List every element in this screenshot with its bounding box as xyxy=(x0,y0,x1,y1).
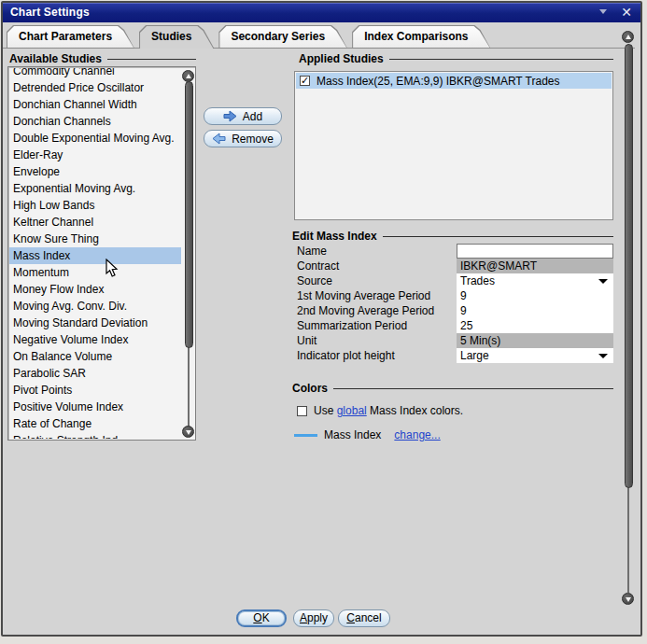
colors-header: Colors xyxy=(292,382,613,395)
scroll-up-icon[interactable] xyxy=(622,31,634,43)
field-value[interactable]: IBKR@SMART xyxy=(457,259,613,273)
tab[interactable]: Index Comparisons xyxy=(352,25,490,49)
list-item[interactable]: Commodity Channel xyxy=(9,68,181,79)
form-row: Source Trades xyxy=(292,273,615,288)
applied-study-checkbox[interactable] xyxy=(300,76,310,86)
arrow-left-icon xyxy=(212,133,226,145)
ok-button[interactable]: OK xyxy=(236,609,287,627)
list-scroll-down-icon[interactable] xyxy=(182,426,194,438)
close-icon[interactable]: ✕ xyxy=(621,5,632,21)
field-label: 1st Moving Average Period xyxy=(292,288,457,303)
field-label: Summarization Period xyxy=(292,318,457,333)
field-label: 2nd Moving Average Period xyxy=(292,303,457,318)
tab-label: Chart Parameters xyxy=(19,30,112,43)
applied-studies-list: Mass Index(25, EMA:9,9) IBKR@SMART Trade… xyxy=(294,71,613,220)
list-item[interactable]: Rate of Change xyxy=(9,415,181,432)
list-viewport: Commodity Channel Detrended Price Oscill… xyxy=(9,68,194,439)
list-scrollbar-thumb[interactable] xyxy=(185,81,193,348)
add-button-label: Add xyxy=(243,110,262,123)
apply-button[interactable]: Apply xyxy=(293,609,334,627)
list-item[interactable]: Exponential Moving Avg. xyxy=(9,180,181,197)
edit-study-form: Name Contract IBKR@SMART Source Trades xyxy=(292,244,615,363)
list-item[interactable]: Moving Avg. Conv. Div. xyxy=(9,298,181,315)
list-item[interactable]: Relative Strength Ind. xyxy=(9,432,181,439)
use-global-colors-checkbox[interactable] xyxy=(297,406,307,416)
tab-bar: Chart Parameters Studies Secondary Serie… xyxy=(3,24,620,49)
form-row: Indicator plot height Large xyxy=(292,348,615,363)
titlebar[interactable]: Chart Settings ✕ xyxy=(3,3,640,22)
field-value[interactable]: Large xyxy=(457,348,613,363)
remove-button-label: Remove xyxy=(232,133,274,146)
field-value[interactable]: 5 Min(s) xyxy=(457,333,613,348)
list-item[interactable]: Donchian Channel Width xyxy=(9,96,181,113)
applied-study-label: Mass Index(25, EMA:9,9) IBKR@SMART Trade… xyxy=(316,75,560,88)
list-item[interactable]: Parabolic SAR xyxy=(9,365,181,382)
applied-study-item[interactable]: Mass Index(25, EMA:9,9) IBKR@SMART Trade… xyxy=(296,73,612,89)
form-row: Contract IBKR@SMART xyxy=(292,259,615,273)
scroll-down-icon[interactable] xyxy=(622,593,634,605)
list-item[interactable]: Negative Volume Index xyxy=(9,331,181,348)
tab[interactable]: Chart Parameters xyxy=(7,25,134,49)
series-color-swatch xyxy=(294,434,317,437)
list-item[interactable]: Moving Standard Deviation xyxy=(9,315,181,331)
form-row: Name xyxy=(292,244,615,259)
list-item[interactable]: Envelope xyxy=(9,163,181,180)
list-item[interactable]: Elder-Ray xyxy=(9,147,181,163)
header-rule xyxy=(383,236,613,237)
list-item[interactable]: Mass Index xyxy=(9,247,181,264)
field-value[interactable]: 9 xyxy=(457,303,613,318)
list-item[interactable]: Keltner Channel xyxy=(9,214,181,231)
cancel-button[interactable]: Cancel xyxy=(338,609,390,627)
list-items: Commodity Channel Detrended Price Oscill… xyxy=(9,68,181,439)
available-studies-list: Commodity Channel Detrended Price Oscill… xyxy=(7,66,196,441)
list-item[interactable]: Positive Volume Index xyxy=(9,399,181,415)
use-global-colors-label: Use global Mass Index colors. xyxy=(314,404,463,417)
series-label: Mass Index xyxy=(324,428,381,441)
list-item[interactable]: On Balance Volume xyxy=(9,348,181,365)
field-label: Name xyxy=(292,244,457,259)
list-item[interactable]: Detrended Price Oscillator xyxy=(9,79,181,96)
global-link[interactable]: global xyxy=(337,404,367,417)
field-label: Source xyxy=(292,273,457,288)
edit-study-header: Edit Mass Index xyxy=(292,230,613,243)
list-item[interactable]: Momentum xyxy=(9,264,181,281)
window-menu-icon[interactable] xyxy=(599,9,607,14)
chart-settings-window: Chart Settings ✕ Chart Parameters xyxy=(0,0,647,644)
field-value[interactable]: 9 xyxy=(457,288,613,303)
tab[interactable]: Studies xyxy=(139,25,214,49)
list-item[interactable]: Double Exponential Moving Avg. xyxy=(9,130,181,147)
window-title: Chart Settings xyxy=(10,6,90,19)
list-item[interactable]: Pivot Points xyxy=(9,382,181,399)
list-item[interactable]: Donchian Channels xyxy=(9,113,181,130)
available-studies-header: Available Studies xyxy=(9,52,196,65)
change-color-link[interactable]: change... xyxy=(394,428,440,441)
list-item[interactable]: High Low Bands xyxy=(9,197,181,214)
series-color-row: Mass Index change... xyxy=(292,427,441,442)
tab-label: Studies xyxy=(151,30,191,43)
mouse-cursor xyxy=(105,259,119,278)
applied-studies-header: Applied Studies xyxy=(299,52,613,65)
use-global-colors-row: Use global Mass Index colors. xyxy=(292,403,463,418)
form-row: 2nd Moving Average Period 9 xyxy=(292,303,615,318)
field-value[interactable]: 25 xyxy=(457,318,613,333)
dialog-frame: Chart Settings ✕ Chart Parameters xyxy=(1,1,642,637)
field-value[interactable] xyxy=(457,244,613,259)
field-label: Unit xyxy=(292,333,457,348)
field-label: Indicator plot height xyxy=(292,348,457,363)
form-row: 1st Moving Average Period 9 xyxy=(292,288,615,303)
form-row: Unit 5 Min(s) xyxy=(292,333,615,348)
list-item[interactable]: Money Flow Index xyxy=(9,281,181,298)
field-value[interactable]: Trades xyxy=(457,273,613,288)
remove-button[interactable]: Remove xyxy=(204,130,282,147)
header-rule xyxy=(389,59,613,60)
list-item[interactable]: Know Sure Thing xyxy=(9,231,181,247)
header-rule xyxy=(107,59,196,60)
dialog-scrollbar-thumb[interactable] xyxy=(625,44,633,488)
tab[interactable]: Secondary Series xyxy=(218,25,347,49)
header-rule xyxy=(333,388,613,389)
add-button[interactable]: Add xyxy=(204,107,282,125)
tab-label: Secondary Series xyxy=(231,30,325,43)
form-row: Summarization Period 25 xyxy=(292,318,615,333)
tab-label: Index Comparisons xyxy=(364,30,468,43)
arrow-right-icon xyxy=(223,110,237,122)
